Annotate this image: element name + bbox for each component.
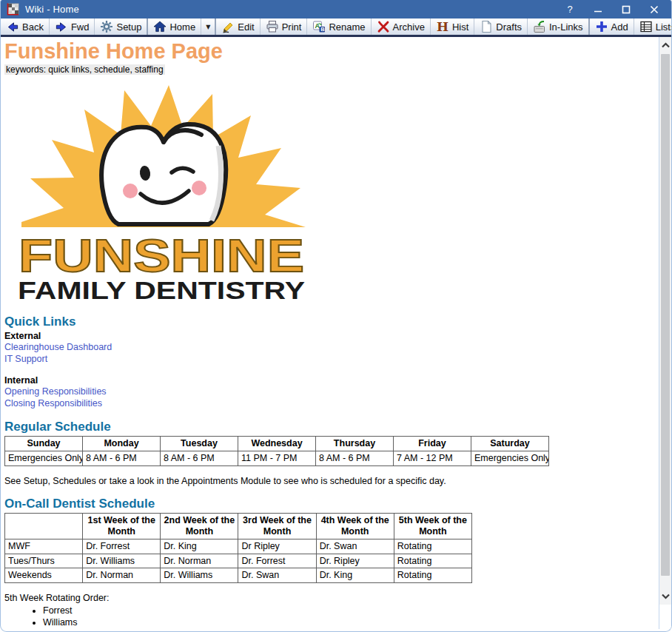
link-opening-responsibilities[interactable]: Opening Responsibilities (4, 387, 654, 397)
printer-icon (266, 20, 279, 33)
lists-button[interactable]: Lists (634, 19, 672, 35)
page-title: Funshine Home Page (4, 40, 654, 62)
vertical-scrollbar[interactable] (659, 37, 671, 629)
chevron-down-icon (661, 594, 671, 599)
toolbar: Back Fwd (1, 19, 671, 37)
regular-schedule-heading: Regular Schedule (4, 420, 654, 434)
svg-text:B: B (321, 26, 326, 33)
external-links-group: External Clearinghouse Dashboard IT Supp… (4, 331, 654, 365)
table-header-row: 1st Week of the Month 2nd Week of the Mo… (5, 514, 472, 539)
home-button[interactable]: Home (148, 19, 201, 35)
in-links-icon (533, 20, 546, 33)
rotating-order-list: Forrest Williams Norman (4, 605, 654, 629)
gear-icon (100, 20, 113, 33)
minimize-button[interactable] (584, 0, 612, 19)
window-title: Wiki - Home (25, 4, 556, 15)
table-row: Weekends Dr. Norman Dr. Williams Dr. Swa… (5, 568, 472, 583)
plus-icon (595, 20, 608, 33)
fwd-button[interactable]: Fwd (50, 19, 95, 35)
group-label-external: External (4, 331, 654, 341)
forward-arrow-icon (55, 20, 68, 33)
title-bar: Wiki - Home ? (1, 0, 671, 19)
schedule-note: See Setup, Schedules or take a look in t… (4, 476, 654, 486)
scroll-down-button[interactable] (659, 588, 671, 605)
wiki-window: Wiki - Home ? Back Fwd (0, 0, 672, 632)
keywords-line: keywords: quick links, schedule, staffin… (4, 64, 165, 75)
rotating-order-label: 5th Week Rotating Order: (4, 593, 654, 603)
pencil-icon (221, 20, 235, 33)
maximize-button[interactable] (612, 0, 640, 19)
chevron-down-icon: ▼ (206, 24, 210, 30)
hist-button[interactable]: H Hist (431, 19, 474, 35)
document-icon (480, 20, 493, 33)
archive-button[interactable]: Archive (372, 19, 431, 35)
link-clearinghouse-dashboard[interactable]: Clearinghouse Dashboard (4, 343, 654, 353)
scrollbar-track[interactable] (659, 53, 671, 588)
quick-links-heading: Quick Links (4, 315, 654, 329)
table-row: MWF Dr. Forrest Dr. King Dr Ripley Dr. S… (5, 539, 472, 554)
svg-text:A: A (315, 22, 320, 30)
scrollbar-bottom-pad (659, 605, 671, 629)
list-item: Williams (43, 617, 654, 628)
logo-wordmark: FUNSHINE (19, 229, 304, 281)
link-it-support[interactable]: IT Support (4, 354, 654, 365)
logo-tagline: FAMILY DENTISTRY (18, 277, 305, 304)
help-button[interactable]: ? (556, 0, 584, 19)
app-icon (7, 3, 19, 16)
setup-button[interactable]: Setup (95, 19, 148, 35)
scrollbar-thumb[interactable] (661, 54, 670, 576)
funshine-logo: FUNSHINE FAMILY DENTISTRY (4, 75, 654, 305)
back-button[interactable]: Back (1, 19, 50, 35)
on-call-schedule-table: 1st Week of the Month 2nd Week of the Mo… (4, 513, 472, 583)
print-button[interactable]: Print (261, 19, 308, 35)
add-button[interactable]: Add (590, 19, 634, 35)
table-row: Emergencies Only 8 AM - 6 PM 8 AM - 6 PM… (5, 451, 549, 466)
home-icon (153, 20, 167, 33)
chevron-up-icon (661, 42, 671, 48)
in-links-button[interactable]: In-Links (528, 19, 590, 35)
drafts-button[interactable]: Drafts (474, 19, 528, 35)
link-closing-responsibilities[interactable]: Closing Responsibilities (4, 399, 654, 409)
group-label-internal: Internal (4, 375, 654, 386)
rename-button[interactable]: A B Rename (307, 19, 371, 35)
scroll-up-button[interactable] (659, 37, 671, 53)
list-table-icon (639, 20, 653, 33)
list-item: Forrest (43, 605, 654, 616)
edit-button[interactable]: Edit (216, 19, 260, 35)
table-row: Tues/Thurs Dr. Williams Dr. Norman Dr. F… (5, 554, 472, 568)
wiki-page-content: Funshine Home Page keywords: quick links… (1, 37, 659, 629)
regular-schedule-table: Sunday Monday Tuesday Wednesday Thursday… (4, 436, 549, 466)
rename-ab-icon: A B (312, 20, 326, 33)
list-item: Norman (43, 628, 654, 629)
table-header-row: Sunday Monday Tuesday Wednesday Thursday… (5, 437, 549, 451)
home-dropdown-button[interactable]: ▼ (201, 19, 216, 35)
red-x-icon (377, 20, 390, 33)
close-button[interactable] (640, 0, 668, 19)
history-h-icon: H (436, 20, 449, 33)
internal-links-group: Internal Opening Responsibilities Closin… (4, 375, 654, 409)
back-arrow-icon (6, 20, 19, 33)
on-call-heading: On-Call Dentist Schedule (4, 497, 654, 511)
